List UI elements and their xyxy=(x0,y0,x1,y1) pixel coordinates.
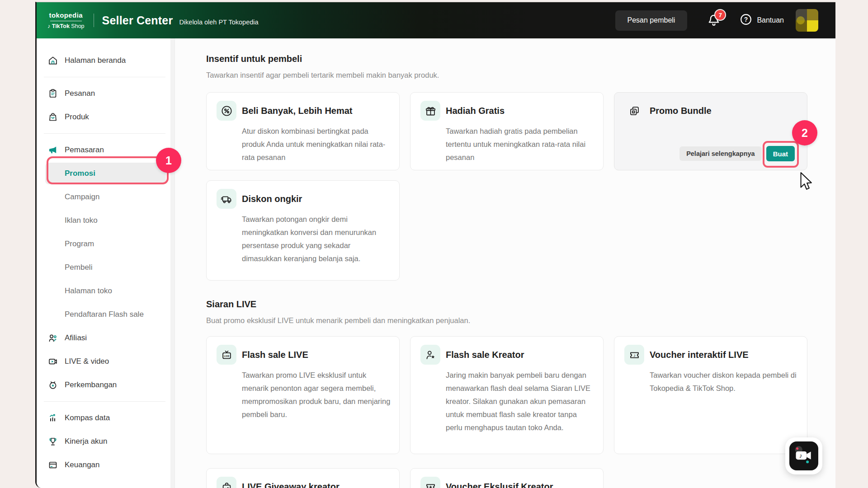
floating-live-widget[interactable]: ♪ xyxy=(785,437,822,474)
bell-icon xyxy=(707,21,721,28)
sidebar-divider xyxy=(44,401,165,402)
question-circle-icon: ? xyxy=(740,13,752,28)
sidebar-item-program[interactable]: Program xyxy=(37,232,175,256)
live-tv-icon: LIVE xyxy=(217,345,236,365)
truck-icon xyxy=(217,189,236,209)
card-beli-banyak[interactable]: Beli Banyak, Lebih Hemat Atur diskon kom… xyxy=(206,92,400,170)
sidebar-item-halaman-toko[interactable]: Halaman toko xyxy=(37,279,175,303)
megaphone-icon xyxy=(47,145,58,155)
sidebar-item-label: Kompas data xyxy=(65,413,110,422)
tiktok-video-icon: ♪ xyxy=(793,445,815,467)
tokopedia-wordmark: tokopedia xyxy=(49,11,83,19)
sidebar-item-halaman-beranda[interactable]: Halaman beranda xyxy=(37,49,175,72)
diskon-card-row: Diskon ongkir Tawarkan potongan ongkir d… xyxy=(206,180,400,281)
buat-button[interactable]: Buat xyxy=(766,146,795,161)
sidebar-scrollbar[interactable] xyxy=(170,38,175,488)
sidebar-item-kompas-data[interactable]: Kompas data xyxy=(37,406,175,430)
sidebar-item-label: Afiliasi xyxy=(65,333,87,343)
sidebar-item-campaign[interactable]: Campaign xyxy=(37,185,175,209)
promotions-main-content: Insentif untuk pembeli Tawarkan insentif… xyxy=(175,38,835,488)
card-description: Jaring makin banyak pembeli baru dengan … xyxy=(446,369,595,434)
sidebar-item-kinerja-akun[interactable]: Kinerja akun xyxy=(37,430,175,453)
card-description: Tawarkan voucher diskon kepada pembeli d… xyxy=(650,369,799,395)
card-promo-bundle[interactable]: Promo Bundle Pelajari selengkapnya Buat xyxy=(614,92,807,170)
card-title: Beli Banyak, Lebih Hemat xyxy=(242,106,353,116)
card-hadiah-gratis[interactable]: Hadiah Gratis Tawarkan hadiah gratis pad… xyxy=(410,92,604,170)
section-title-insentif: Insentif untuk pembeli xyxy=(206,54,302,64)
managed-by-label: Dikelola oleh PT Tokopedia xyxy=(179,19,258,26)
notification-count-badge: 7 xyxy=(715,10,725,20)
sidebar-item-promosi[interactable]: Promosi xyxy=(45,163,166,184)
person-star-icon xyxy=(420,345,440,365)
sidebar-item-produk[interactable]: Produk xyxy=(37,105,175,129)
pelajari-selengkapnya-button[interactable]: Pelajari selengkapnya xyxy=(679,146,762,161)
browser-app-window: tokopedia ♪ TikTok Shop Seller Center Di… xyxy=(35,2,835,488)
header-vertical-divider xyxy=(94,14,94,27)
card-title: Promo Bundle xyxy=(650,106,712,116)
section-subtitle-siaran-live: Buat promo eksklusif LIVE untuk menarik … xyxy=(206,316,470,325)
card-flash-sale-kreator[interactable]: Flash sale Kreator Jaring makin banyak p… xyxy=(410,336,604,454)
ticket-star-icon xyxy=(420,477,440,488)
sidebar-item-label: Pesanan xyxy=(65,89,95,98)
gift-icon xyxy=(420,101,440,121)
mouse-cursor xyxy=(797,171,814,193)
card-live-giveaway-kreator[interactable]: LIVE Giveaway kreator. xyxy=(206,468,400,488)
top-header: tokopedia ♪ TikTok Shop Seller Center Di… xyxy=(37,2,835,38)
card-title: LIVE Giveaway kreator. xyxy=(242,482,341,488)
sidebar-item-iklan-toko[interactable]: Iklan toko xyxy=(37,209,175,232)
sidebar-item-label: Pembeli xyxy=(65,263,92,272)
sidebar-item-label: Perkembangan xyxy=(65,380,117,389)
card-description: Atur diskon kombinasi bertingkat pada pr… xyxy=(242,125,391,164)
sidebar-item-afiliasi[interactable]: Afiliasi xyxy=(37,326,175,350)
sidebar-item-pesanan[interactable]: Pesanan xyxy=(37,82,175,105)
percent-icon xyxy=(217,101,236,121)
clipboard-icon xyxy=(47,88,58,99)
card-title: Flash sale LIVE xyxy=(242,350,308,360)
sidebar-item-keuangan[interactable]: Keuangan xyxy=(37,453,175,477)
sidebar-item-live-video[interactable]: LIVE & video xyxy=(37,350,175,373)
card-title: Diskon ongkir xyxy=(242,194,302,204)
sidebar-item-label: Halaman beranda xyxy=(65,56,126,65)
ticket-note-icon: ♪ xyxy=(624,345,644,365)
credit-card-icon xyxy=(47,460,58,470)
sidebar-item-label: Program xyxy=(65,239,94,249)
sidebar-item-label: LIVE & video xyxy=(65,357,109,366)
trophy-icon xyxy=(47,436,58,447)
insentif-card-row: Beli Banyak, Lebih Hemat Atur diskon kom… xyxy=(206,92,807,170)
page-title: Seller Center xyxy=(102,14,173,27)
card-voucher-interaktif-live[interactable]: ♪ Voucher interaktif LIVE Tawarkan vouch… xyxy=(614,336,807,454)
card-voucher-ekslusif-kreator[interactable]: Voucher Ekslusif Kreator xyxy=(410,468,604,488)
sidebar-item-perkembangan[interactable]: Perkembangan xyxy=(37,373,175,397)
card-description: Tawarkan potongan ongkir demi meningkatk… xyxy=(242,213,391,265)
music-note-icon: ♪ xyxy=(47,23,50,29)
sidebar-item-label: Campaign xyxy=(65,192,100,202)
card-diskon-ongkir[interactable]: Diskon ongkir Tawarkan potongan ongkir d… xyxy=(206,180,400,281)
svg-text:?: ? xyxy=(744,16,748,23)
shopping-bag-icon xyxy=(47,112,58,122)
help-button[interactable]: ? Bantuan xyxy=(740,13,784,28)
card-title: Flash sale Kreator xyxy=(446,350,524,360)
notifications-button[interactable]: 7 xyxy=(707,13,722,28)
tiktok-live-button[interactable]: ♪ xyxy=(789,441,818,470)
sidebar-item-label: Pendaftaran Flash sale xyxy=(65,310,144,319)
card-description: Tawarkan promo LIVE eksklusif untuk mena… xyxy=(242,369,391,421)
svg-text:♪: ♪ xyxy=(799,452,802,459)
bantuan-label: Bantuan xyxy=(757,16,784,24)
card-title: Hadiah Gratis xyxy=(446,106,505,116)
account-avatar[interactable] xyxy=(796,9,818,32)
logo-divider-line xyxy=(50,21,82,21)
tutorial-step-1-badge: 1 xyxy=(156,148,181,173)
sidebar-item-pemasaran[interactable]: Pemasaran xyxy=(37,138,175,162)
sidebar-item-label: Halaman toko xyxy=(65,286,112,296)
sidebar-item-pendaftaran-flash-sale[interactable]: Pendaftaran Flash sale xyxy=(37,303,175,326)
svg-text:LIVE: LIVE xyxy=(224,354,230,357)
section-title-siaran-live: Siaran LIVE xyxy=(206,299,256,310)
giveaway-box-icon xyxy=(217,477,236,488)
pesan-pembeli-button[interactable]: Pesan pembeli xyxy=(615,10,688,31)
tokopedia-tiktok-logo[interactable]: tokopedia ♪ TikTok Shop xyxy=(47,11,85,29)
sidebar-item-label: Iklan toko xyxy=(65,216,98,225)
tutorial-step-2-badge: 2 xyxy=(792,120,817,145)
card-flash-sale-live[interactable]: LIVE Flash sale LIVE Tawarkan promo LIVE… xyxy=(206,336,400,454)
sidebar-item-pembeli[interactable]: Pembeli xyxy=(37,256,175,279)
sidebar-divider xyxy=(44,133,165,134)
